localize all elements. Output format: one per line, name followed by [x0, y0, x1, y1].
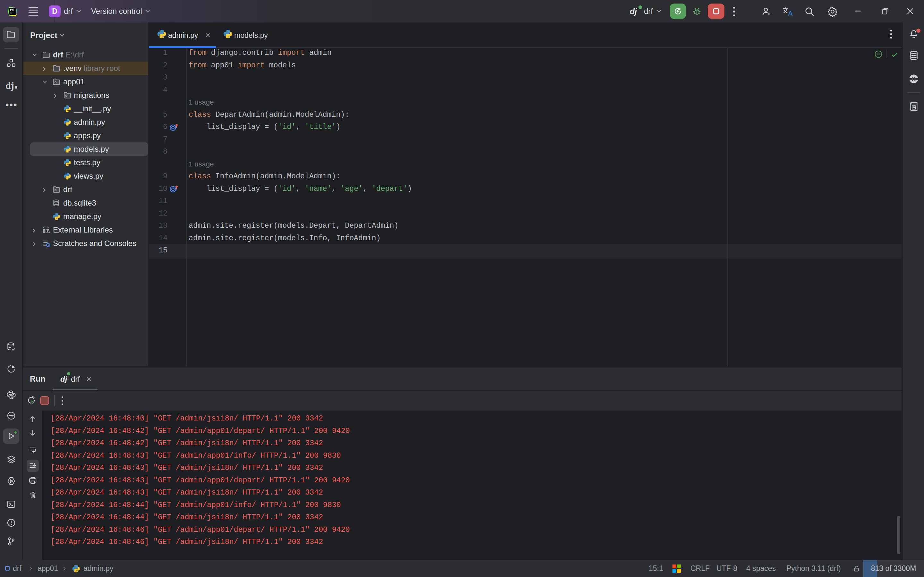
svg-text:X: X [912, 76, 916, 82]
svg-text:PC: PC [10, 9, 13, 11]
svg-text:A: A [913, 105, 915, 109]
